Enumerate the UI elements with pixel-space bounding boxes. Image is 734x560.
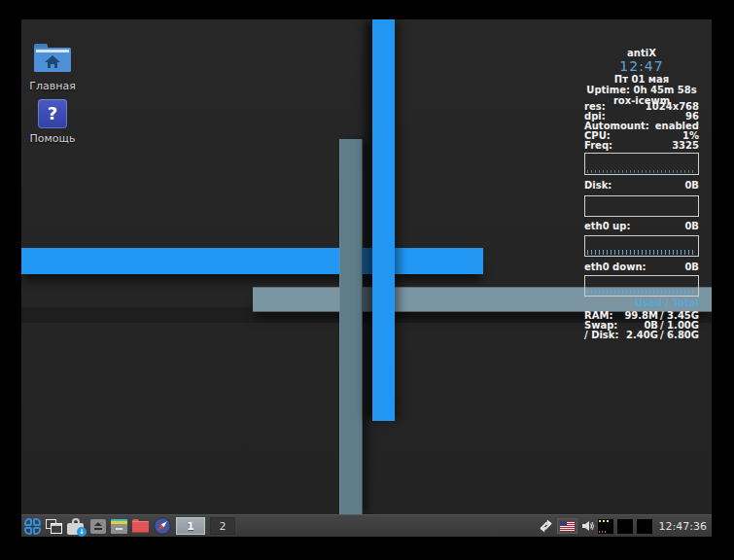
conky-clock: 12:47 <box>584 59 699 74</box>
conky-used-total-header: Used / Total <box>584 298 699 308</box>
desktop-icon-label: Главная <box>23 80 82 92</box>
wallpaper-blue-horizontal-bar <box>21 248 483 274</box>
eject-mount-icon <box>90 519 106 534</box>
cpu-graph-applet[interactable] <box>598 519 613 534</box>
stat-label: Disk: <box>584 181 612 191</box>
conky-eth0-down-graph <box>584 275 699 297</box>
file-manager-button[interactable] <box>111 516 127 536</box>
workspace-button-2[interactable]: 2 <box>210 517 235 535</box>
usage-used: 2.40G <box>621 331 658 340</box>
stat-label: eth0 up: <box>584 222 630 231</box>
window-list-icon <box>46 519 62 534</box>
usage-total: / 6.80G <box>658 331 699 340</box>
menu-button[interactable] <box>24 516 41 536</box>
keyboard-layout-applet[interactable] <box>557 518 577 534</box>
stat-label: eth0 down: <box>584 262 647 272</box>
red-folder-icon <box>132 519 149 533</box>
net-graph-applet-1[interactable] <box>617 519 633 534</box>
volume-applet[interactable] <box>581 516 594 536</box>
desktop: Главная ? Помощь antiX 12:47 Пт 01 мая U… <box>21 19 712 537</box>
taskbar-left-group: ↓ <box>21 515 235 537</box>
us-flag-icon <box>560 521 575 531</box>
network-arrows-icon <box>539 519 553 533</box>
speaker-icon <box>581 520 594 532</box>
stat-value: 0B <box>684 262 699 272</box>
wallpaper-gray-vertical-bar <box>339 139 363 514</box>
screenshot-frame: Главная ? Помощь antiX 12:47 Пт 01 мая U… <box>0 0 734 560</box>
compass-browser-icon <box>154 517 171 535</box>
conky-uptime: Uptime: 0h 45m 58s <box>584 86 699 95</box>
stat-value: 0B <box>684 222 699 231</box>
conky-distro: antiX <box>584 49 699 58</box>
wallpaper-blue-vertical-bar <box>372 19 395 421</box>
cpu-graph-magenta-ticks <box>599 531 606 533</box>
conky-eth0-up-row: eth0 up: 0B <box>584 222 699 231</box>
desktop-icon-home[interactable]: Главная <box>23 43 82 92</box>
package-installer-button[interactable]: ↓ <box>67 516 86 536</box>
conky-cpu-graph <box>584 153 699 175</box>
graph-ticks <box>587 290 696 295</box>
taskbar-tray-group: 12:47:36 <box>539 515 712 537</box>
taskbar: ↓ <box>21 514 712 537</box>
desktop-icon-label: Помощь <box>23 132 82 145</box>
browser-launcher-button[interactable] <box>154 516 171 536</box>
conky-disk-graph <box>584 195 699 217</box>
window-list-button[interactable] <box>46 516 62 536</box>
antix-menu-icon <box>24 518 41 535</box>
cpu-graph-yellow-ticks <box>599 520 610 522</box>
usage-row-rootdisk: / Disk: 2.40G / 6.80G <box>584 331 699 340</box>
conky-stat-row: Freq: 3325 <box>584 141 699 151</box>
conky-disk-row: Disk: 0B <box>584 181 699 191</box>
workspace-button-1[interactable]: 1 <box>176 517 205 535</box>
download-badge-icon: ↓ <box>77 527 87 537</box>
conky-stats: res: 1024x768 dpi: 96 Automount: enabled… <box>584 102 699 151</box>
graph-ticks <box>587 250 696 255</box>
help-question-icon: ? <box>38 99 67 128</box>
conky-header: antiX 12:47 Пт 01 мая Uptime: 0h 45m 58s… <box>584 49 699 107</box>
conky-eth0-down-row: eth0 down: 0B <box>584 262 699 272</box>
taskbar-clock: 12:47:36 <box>656 520 710 533</box>
usage-label: / Disk: <box>584 331 621 340</box>
package-bag-icon: ↓ <box>67 518 86 535</box>
folder-launcher-button[interactable] <box>132 516 149 536</box>
graph-ticks <box>587 170 696 173</box>
stat-value: 0B <box>684 181 699 191</box>
desktop-icon-help[interactable]: ? Помощь <box>23 99 82 145</box>
network-applet[interactable] <box>539 516 553 536</box>
home-folder-icon <box>34 43 71 72</box>
stat-label: Freq: <box>584 141 612 151</box>
net-graph-applet-2[interactable] <box>637 519 652 534</box>
file-cabinet-icon <box>111 519 127 534</box>
conky-date: Пт 01 мая <box>584 75 699 85</box>
stat-value: 3325 <box>672 141 699 151</box>
conky-eth0-up-graph <box>584 235 699 257</box>
mount-devices-button[interactable] <box>90 516 106 536</box>
conky-usage-table: RAM: 99.8M / 3.45G Swap: 0B / 1.00G / Di… <box>584 311 699 340</box>
